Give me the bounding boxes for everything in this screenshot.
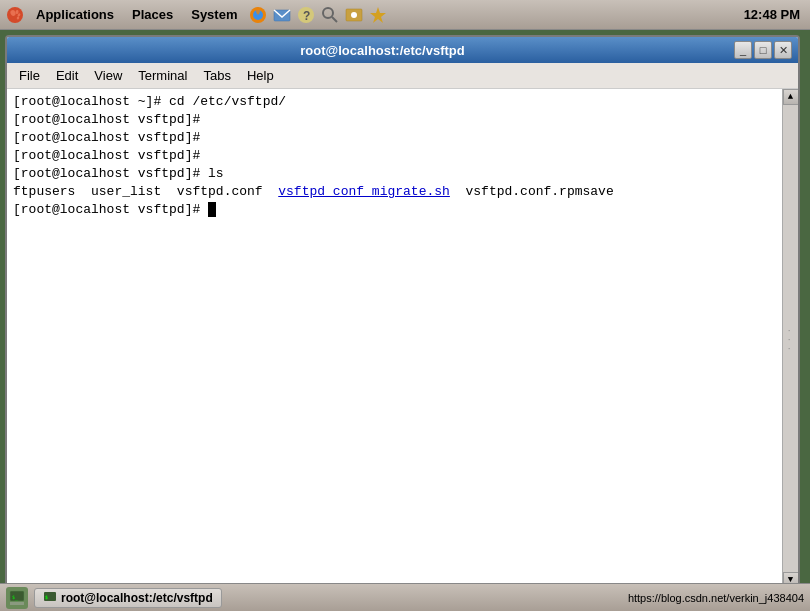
- terminal-window: root@localhost:/etc/vsftpd _ □ ✕ File Ed…: [5, 35, 800, 590]
- window-title: root@localhost:/etc/vsftpd: [31, 43, 734, 58]
- title-bar: root@localhost:/etc/vsftpd _ □ ✕: [7, 37, 798, 63]
- places-menu[interactable]: Places: [124, 5, 181, 24]
- svg-text:?: ?: [303, 9, 310, 23]
- scroll-track[interactable]: · · ·: [783, 105, 798, 572]
- edit-menu[interactable]: Edit: [48, 65, 86, 86]
- taskbar-terminal-icon: $: [43, 591, 57, 605]
- terminal-line-3: [root@localhost vsftpd]#: [13, 129, 774, 147]
- maximize-button[interactable]: □: [754, 41, 772, 59]
- status-url: https://blog.csdn.net/verkin_j438404: [628, 592, 804, 604]
- migrate-script-link[interactable]: vsftpd_conf_migrate.sh: [278, 184, 450, 199]
- terminal-text: [root@localhost ~]# cd /etc/vsftpd/ [roo…: [13, 93, 792, 219]
- system-menu[interactable]: System: [183, 5, 245, 24]
- svg-point-10: [323, 8, 333, 18]
- menu-bar: File Edit View Terminal Tabs Help: [7, 63, 798, 89]
- terminal-status-icon: $_: [6, 587, 28, 609]
- system-bar-left: Applications Places System ?: [4, 4, 389, 26]
- terminal-line-2: [root@localhost vsftpd]#: [13, 111, 774, 129]
- svg-marker-14: [370, 7, 386, 23]
- svg-text:$_: $_: [12, 594, 19, 601]
- taskbar-label: root@localhost:/etc/vsftpd: [61, 591, 213, 605]
- file-menu[interactable]: File: [11, 65, 48, 86]
- terminal-content[interactable]: [root@localhost ~]# cd /etc/vsftpd/ [roo…: [7, 89, 798, 588]
- terminal-line-1: [root@localhost ~]# cd /etc/vsftpd/: [13, 93, 774, 111]
- svg-rect-16: [10, 602, 24, 605]
- svg-text:$: $: [45, 594, 48, 600]
- terminal-line-7: [root@localhost vsftpd]#: [13, 201, 774, 219]
- terminal-line-5: [root@localhost vsftpd]# ls: [13, 165, 774, 183]
- status-left: $_ $ root@localhost:/etc/vsftpd: [6, 587, 222, 609]
- close-button[interactable]: ✕: [774, 41, 792, 59]
- search-icon[interactable]: [319, 4, 341, 26]
- scroll-up-arrow[interactable]: ▲: [783, 89, 799, 105]
- tabs-menu[interactable]: Tabs: [195, 65, 238, 86]
- email-icon[interactable]: [271, 4, 293, 26]
- help-icon[interactable]: ?: [295, 4, 317, 26]
- screenshot-icon[interactable]: [343, 4, 365, 26]
- terminal-line-4: [root@localhost vsftpd]#: [13, 147, 774, 165]
- scrollbar[interactable]: ▲ · · · ▼: [782, 89, 798, 588]
- svg-line-11: [332, 17, 337, 22]
- title-bar-left-spacer: [13, 41, 31, 59]
- scroll-dots: · · ·: [787, 325, 795, 352]
- terminal-menu[interactable]: Terminal: [130, 65, 195, 86]
- terminal-line-6: ftpusers user_list vsftpd.conf vsftpd_co…: [13, 183, 774, 201]
- applications-menu[interactable]: Applications: [28, 5, 122, 24]
- window-controls: _ □ ✕: [734, 41, 792, 59]
- minimize-button[interactable]: _: [734, 41, 752, 59]
- star-icon[interactable]: [367, 4, 389, 26]
- firefox-icon[interactable]: [247, 4, 269, 26]
- gnome-foot-icon[interactable]: [4, 4, 26, 26]
- help-menu[interactable]: Help: [239, 65, 282, 86]
- svg-point-13: [351, 12, 357, 18]
- view-menu[interactable]: View: [86, 65, 130, 86]
- taskbar-item[interactable]: $ root@localhost:/etc/vsftpd: [34, 588, 222, 608]
- terminal-cursor: [208, 202, 216, 217]
- system-bar: Applications Places System ?: [0, 0, 810, 30]
- system-clock: 12:48 PM: [744, 7, 806, 22]
- status-bar: $_ $ root@localhost:/etc/vsftpd https://…: [0, 583, 810, 611]
